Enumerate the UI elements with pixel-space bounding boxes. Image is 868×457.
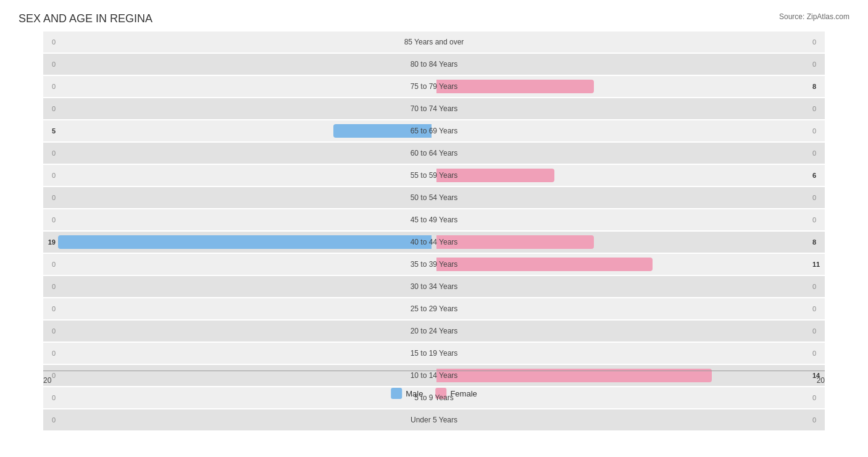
female-value: 8 xyxy=(812,83,825,90)
female-value: 11 xyxy=(812,261,825,268)
female-value: 8 xyxy=(812,238,825,246)
table-row: 0655 to 59 Years xyxy=(43,165,825,186)
table-row: 0080 to 84 Years xyxy=(43,54,825,75)
table-row: 0025 to 29 Years xyxy=(43,298,825,319)
source-text: Source: ZipAtlas.com xyxy=(779,12,849,21)
male-value: 0 xyxy=(43,216,56,224)
male-bar xyxy=(58,235,432,249)
male-value: 0 xyxy=(43,149,56,157)
male-value: 0 xyxy=(43,105,56,112)
table-row: 0875 to 79 Years xyxy=(43,76,825,97)
legend-male: Male xyxy=(391,388,423,399)
axis-label-right: 20 xyxy=(817,376,825,385)
rows-container: 0085 Years and over0080 to 84 Years0875 … xyxy=(43,31,825,371)
table-row: 00Under 5 Years xyxy=(43,409,825,430)
legend-female: Female xyxy=(435,388,477,399)
legend: Male Female xyxy=(391,388,477,399)
female-bar xyxy=(436,235,594,249)
female-value: 0 xyxy=(812,127,825,135)
female-value: 0 xyxy=(812,149,825,157)
male-legend-label: Male xyxy=(406,389,423,398)
axis-label-left: 20 xyxy=(43,376,51,385)
male-value: 5 xyxy=(43,127,56,135)
male-value: 0 xyxy=(43,61,56,68)
male-value: 0 xyxy=(43,194,56,201)
female-value: 0 xyxy=(812,350,825,357)
female-value: 0 xyxy=(812,416,825,424)
chart-title: SEX AND AGE IN REGINA xyxy=(19,12,849,25)
table-row: 0085 Years and over xyxy=(43,31,825,52)
female-value: 0 xyxy=(812,216,825,224)
table-row: 0045 to 49 Years xyxy=(43,209,825,230)
female-value: 0 xyxy=(812,194,825,201)
male-value: 0 xyxy=(43,172,56,179)
table-row: 0070 to 74 Years xyxy=(43,98,825,119)
female-value: 0 xyxy=(812,38,825,46)
chart-container: SEX AND AGE IN REGINA Source: ZipAtlas.c… xyxy=(0,0,868,457)
female-legend-box xyxy=(435,388,446,399)
male-legend-box xyxy=(391,388,402,399)
table-row: 5065 to 69 Years xyxy=(43,120,825,141)
axis-labels: 20 20 xyxy=(43,376,825,385)
female-bar xyxy=(436,169,554,182)
female-value: 0 xyxy=(812,283,825,290)
female-value: 6 xyxy=(812,172,825,179)
male-bar xyxy=(333,124,432,138)
male-value: 0 xyxy=(43,83,56,90)
male-value: 0 xyxy=(43,394,56,401)
male-value: 0 xyxy=(43,38,56,46)
male-value: 0 xyxy=(43,305,56,312)
female-value: 0 xyxy=(812,327,825,335)
table-row: 0060 to 64 Years xyxy=(43,143,825,164)
female-bar xyxy=(436,80,594,93)
female-bar xyxy=(436,258,653,271)
male-value: 0 xyxy=(43,350,56,357)
female-value: 0 xyxy=(812,61,825,68)
male-value: 0 xyxy=(43,416,56,424)
table-row: 0030 to 34 Years xyxy=(43,276,825,297)
chart-area: 0085 Years and over0080 to 84 Years0875 … xyxy=(19,31,849,402)
male-value: 19 xyxy=(43,238,56,246)
table-row: 19840 to 44 Years xyxy=(43,232,825,253)
axis-line xyxy=(43,371,825,371)
table-row: 0050 to 54 Years xyxy=(43,187,825,208)
table-row: 0015 to 19 Years xyxy=(43,343,825,364)
table-row: 0020 to 24 Years xyxy=(43,321,825,342)
female-value: 0 xyxy=(812,305,825,312)
female-legend-label: Female xyxy=(450,389,477,398)
male-value: 0 xyxy=(43,261,56,268)
male-value: 0 xyxy=(43,327,56,335)
table-row: 01135 to 39 Years xyxy=(43,254,825,275)
male-value: 0 xyxy=(43,283,56,290)
female-value: 0 xyxy=(812,394,825,401)
female-value: 0 xyxy=(812,105,825,112)
